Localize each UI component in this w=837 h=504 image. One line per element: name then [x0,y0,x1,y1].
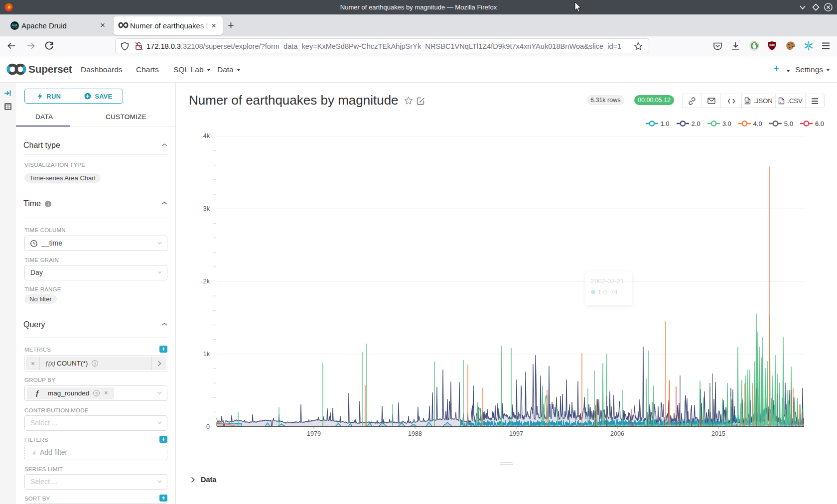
svg-text:4k: 4k [203,132,210,139]
svg-text:1979: 1979 [307,430,321,437]
svg-text:2015: 2015 [711,430,725,437]
svg-text:1k: 1k [203,351,210,358]
svg-text:uBO: uBO [770,44,774,46]
svg-text:2006: 2006 [610,430,624,437]
svg-text:3k: 3k [203,205,210,212]
svg-text:0: 0 [206,423,210,430]
svg-text:1988: 1988 [408,430,422,437]
svg-text:2k: 2k [203,278,210,285]
svg-text:1997: 1997 [509,430,523,437]
